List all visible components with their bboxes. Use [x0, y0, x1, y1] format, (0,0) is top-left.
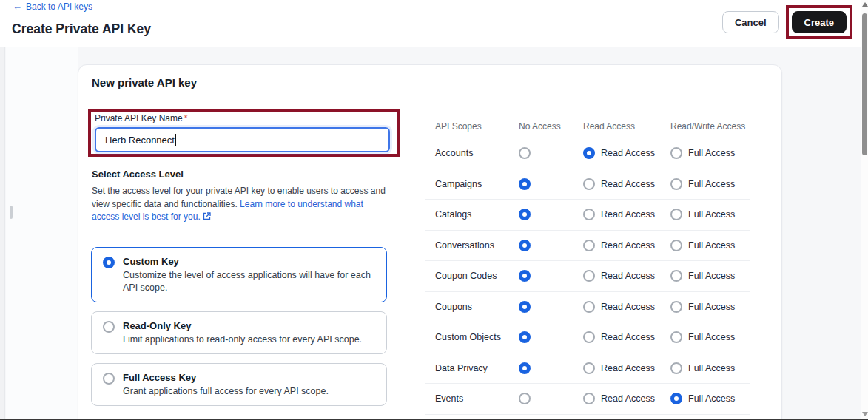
access-option-full-access-key[interactable]: Full Access KeyGrant applications full a…: [91, 363, 387, 406]
conversations-read-radio-icon[interactable]: [583, 240, 595, 251]
scrollbar-thumb[interactable]: [862, 13, 867, 155]
events-read-radio-icon[interactable]: [583, 393, 595, 404]
scope-name: Catalogs: [425, 209, 519, 220]
campaigns-none-radio-icon[interactable]: [519, 178, 531, 190]
read-only-key-radio-icon[interactable]: [103, 321, 115, 333]
full-access-key-radio-icon[interactable]: [103, 373, 115, 385]
back-arrow-icon: ←: [13, 2, 22, 11]
access-option-read-only-key[interactable]: Read-Only KeyLimit applications to read-…: [91, 311, 387, 354]
access-label: Full Access: [688, 393, 735, 404]
vertical-scrollbar[interactable]: [861, 0, 868, 420]
scope-row-campaigns: CampaignsRead AccessFull Access: [425, 169, 750, 200]
scope-name: Conversations: [425, 240, 519, 251]
coupons-full-access-option[interactable]: Full Access: [670, 301, 750, 313]
accounts-none-radio-icon[interactable]: [519, 147, 531, 159]
events-none-access-option[interactable]: [519, 393, 583, 404]
accounts-read-access-option[interactable]: Read Access: [583, 147, 670, 159]
campaigns-read-access-option[interactable]: Read Access: [583, 178, 670, 190]
campaigns-full-access-option[interactable]: Full Access: [670, 178, 750, 190]
custom-objects-full-access-option[interactable]: Full Access: [670, 331, 750, 343]
accounts-none-access-option[interactable]: [519, 147, 583, 159]
scope-name: Accounts: [425, 148, 519, 158]
left-scrollbar-thumb[interactable]: [10, 206, 13, 219]
scope-row-accounts: AccountsRead AccessFull Access: [425, 138, 750, 169]
custom-objects-full-radio-icon[interactable]: [670, 331, 682, 343]
access-label: Read Access: [601, 332, 655, 342]
conversations-none-radio-icon[interactable]: [519, 240, 531, 251]
accounts-read-radio-icon[interactable]: [583, 147, 595, 159]
api-scopes-rows: AccountsRead AccessFull AccessCampaignsR…: [425, 138, 750, 415]
custom-objects-none-access-option[interactable]: [519, 331, 583, 343]
catalogs-read-access-option[interactable]: Read Access: [583, 209, 670, 220]
coupon-codes-full-access-option[interactable]: Full Access: [670, 270, 750, 282]
events-full-access-option[interactable]: Full Access: [670, 393, 750, 404]
custom-objects-none-radio-icon[interactable]: [519, 331, 531, 343]
scope-row-custom-objects: Custom ObjectsRead AccessFull Access: [425, 322, 750, 353]
window-left-edge: [0, 47, 5, 420]
scope-row-events: EventsRead AccessFull Access: [425, 384, 750, 415]
conversations-read-access-option[interactable]: Read Access: [583, 240, 670, 251]
col-header-read-access: Read Access: [583, 121, 670, 132]
coupons-read-access-option[interactable]: Read Access: [583, 301, 670, 313]
events-none-radio-icon[interactable]: [519, 393, 531, 404]
access-option-custom-key[interactable]: Custom KeyCustomize the level of access …: [91, 247, 387, 302]
accounts-full-access-option[interactable]: Full Access: [670, 147, 750, 159]
access-label: Full Access: [688, 302, 735, 312]
access-label: Read Access: [601, 271, 655, 281]
api-key-name-value: Herb Reconnect: [105, 135, 175, 146]
scope-row-catalogs: CatalogsRead AccessFull Access: [425, 200, 750, 231]
catalogs-none-access-option[interactable]: [519, 209, 583, 220]
cancel-button[interactable]: Cancel: [722, 11, 779, 33]
conversations-full-radio-icon[interactable]: [670, 240, 682, 251]
data-privacy-none-access-option[interactable]: [519, 362, 583, 374]
coupons-none-access-option[interactable]: [519, 301, 583, 313]
catalogs-none-radio-icon[interactable]: [519, 209, 531, 220]
events-read-access-option[interactable]: Read Access: [583, 393, 670, 404]
option-description: Limit applications to read-only access f…: [123, 333, 376, 346]
conversations-full-access-option[interactable]: Full Access: [670, 240, 750, 251]
access-level-description: Set the access level for your private AP…: [92, 185, 392, 225]
scroll-up-icon[interactable]: [862, 2, 868, 7]
custom-objects-read-radio-icon[interactable]: [583, 331, 595, 343]
coupon-codes-read-radio-icon[interactable]: [583, 270, 595, 282]
custom-objects-read-access-option[interactable]: Read Access: [583, 331, 670, 343]
data-privacy-none-radio-icon[interactable]: [519, 362, 531, 374]
access-label: Read Access: [601, 179, 655, 189]
api-key-name-input[interactable]: Herb Reconnect: [95, 127, 390, 152]
coupons-read-radio-icon[interactable]: [583, 301, 595, 313]
custom-key-radio-icon[interactable]: [103, 257, 115, 268]
text-cursor: [175, 134, 176, 146]
back-to-api-keys-link[interactable]: ← Back to API keys: [13, 1, 92, 12]
coupons-none-radio-icon[interactable]: [519, 301, 531, 313]
required-asterisk: *: [184, 113, 188, 123]
events-full-radio-icon[interactable]: [670, 393, 682, 404]
access-label: Read Access: [601, 240, 655, 251]
option-description: Customize the level of access applicatio…: [123, 269, 376, 294]
coupon-codes-full-radio-icon[interactable]: [670, 270, 682, 282]
create-button[interactable]: Create: [792, 11, 847, 33]
access-label: Full Access: [688, 148, 735, 158]
coupons-full-radio-icon[interactable]: [670, 301, 682, 313]
access-label: Read Access: [601, 393, 655, 404]
campaigns-read-radio-icon[interactable]: [583, 178, 595, 190]
catalogs-read-radio-icon[interactable]: [583, 209, 595, 220]
data-privacy-read-radio-icon[interactable]: [583, 362, 595, 374]
api-key-name-label-text: Private API Key Name: [95, 113, 183, 123]
catalogs-full-access-option[interactable]: Full Access: [670, 209, 750, 220]
data-privacy-full-access-option[interactable]: Full Access: [670, 362, 750, 374]
access-label: Read Access: [601, 363, 655, 373]
scope-name: Data Privacy: [425, 363, 519, 373]
data-privacy-full-radio-icon[interactable]: [670, 362, 682, 374]
accounts-full-radio-icon[interactable]: [670, 147, 682, 159]
coupon-codes-none-radio-icon[interactable]: [519, 270, 531, 282]
campaigns-full-radio-icon[interactable]: [670, 178, 682, 190]
coupon-codes-none-access-option[interactable]: [519, 270, 583, 282]
access-label: Full Access: [688, 179, 735, 189]
catalogs-full-radio-icon[interactable]: [670, 209, 682, 220]
data-privacy-read-access-option[interactable]: Read Access: [583, 362, 670, 374]
access-label: Read Access: [601, 209, 655, 220]
coupon-codes-read-access-option[interactable]: Read Access: [583, 270, 670, 282]
conversations-none-access-option[interactable]: [519, 240, 583, 251]
campaigns-none-access-option[interactable]: [519, 178, 583, 190]
scroll-down-icon[interactable]: [862, 412, 868, 416]
